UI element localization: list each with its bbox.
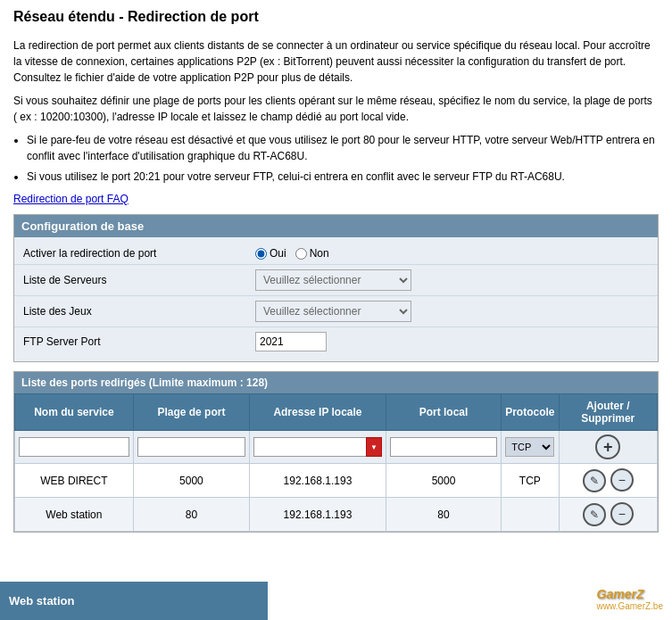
- row1-port-range: 5000: [133, 464, 249, 498]
- enable-port-forward-row: Activer la redirection de port Oui Non: [14, 243, 658, 265]
- table-row: WEB DIRECT 5000 192.168.1.193 5000 TCP ✎…: [15, 464, 658, 498]
- input-local-port-cell: [386, 431, 501, 464]
- input-local-port[interactable]: [390, 437, 497, 457]
- games-list-control: Veuillez sélectionner: [255, 301, 411, 322]
- table-header-row: Nom du service Plage de port Adresse IP …: [15, 394, 658, 431]
- warning-item-1: Si le pare-feu de votre réseau est désac…: [27, 132, 659, 164]
- ports-table-header: Liste des ports redirigés (Limite maximu…: [14, 372, 658, 393]
- col-service-name: Nom du service: [15, 394, 134, 431]
- radio-oui-input[interactable]: [255, 248, 267, 260]
- warning-list: Si le pare-feu de votre réseau est désac…: [27, 132, 659, 185]
- watermark-url: www.GamerZ.be: [597, 601, 663, 611]
- input-protocol-select[interactable]: TCP UDP TCP/UDP ICMP: [505, 437, 554, 457]
- games-list-label: Liste des Jeux: [23, 305, 255, 318]
- page-title: Réseau étendu - Redirection de port: [13, 9, 659, 29]
- col-local-ip: Adresse IP locale: [250, 394, 386, 431]
- row1-local-port: 5000: [386, 464, 501, 498]
- input-add-del-cell: +: [559, 431, 657, 464]
- radio-oui[interactable]: Oui: [255, 247, 286, 260]
- enable-radio-group: Oui Non: [255, 247, 329, 260]
- basic-config-header: Configuration de base: [14, 215, 658, 237]
- input-port-range[interactable]: [137, 437, 245, 457]
- radio-oui-label: Oui: [270, 247, 286, 260]
- ip-dropdown-button[interactable]: ▼: [366, 437, 382, 457]
- basic-config-section: Configuration de base Activer la redirec…: [13, 214, 659, 362]
- ports-table: Nom du service Plage de port Adresse IP …: [14, 393, 658, 532]
- delete-row1-button[interactable]: −: [610, 468, 634, 492]
- ports-table-section: Liste des ports redirigés (Limite maximu…: [13, 371, 659, 533]
- row2-local-ip: 192.168.1.193: [250, 498, 386, 532]
- ftp-port-control: [255, 332, 327, 351]
- games-list-select[interactable]: Veuillez sélectionner: [255, 301, 411, 322]
- input-port-range-cell: [133, 431, 249, 464]
- col-add-del: Ajouter / Supprimer: [559, 394, 657, 431]
- bottom-bar: Web station: [0, 582, 268, 620]
- games-list-row: Liste des Jeux Veuillez sélectionner: [14, 296, 658, 327]
- row2-service-name: Web station: [15, 498, 134, 532]
- input-service-name-cell: [15, 431, 134, 464]
- input-row: ▼ TCP UDP TCP/UDP: [15, 431, 658, 464]
- add-row-button[interactable]: +: [595, 434, 620, 459]
- row2-actions: ✎ −: [559, 498, 657, 532]
- row1-actions: ✎ −: [559, 464, 657, 498]
- input-protocol-cell: TCP UDP TCP/UDP ICMP: [502, 431, 559, 464]
- enable-port-forward-label: Activer la redirection de port: [23, 247, 255, 260]
- ftp-port-input[interactable]: [255, 332, 327, 351]
- server-list-select[interactable]: Veuillez sélectionner: [255, 269, 411, 291]
- server-list-row: Liste de Serveurs Veuillez sélectionner: [14, 265, 658, 296]
- delete-row2-button[interactable]: −: [610, 502, 634, 525]
- watermark: GamerZ www.GamerZ.be: [597, 587, 663, 611]
- row2-protocol: [502, 498, 559, 532]
- watermark-brand: GamerZ: [597, 587, 663, 601]
- input-service-name[interactable]: [19, 437, 129, 457]
- warning-item-2: Si vous utilisez le port 20:21 pour votr…: [27, 169, 659, 185]
- input-local-ip[interactable]: [253, 437, 366, 457]
- row2-port-range: 80: [133, 498, 249, 532]
- bottom-bar-label: Web station: [9, 594, 74, 608]
- radio-non-input[interactable]: [295, 248, 307, 260]
- edit-row2-button[interactable]: ✎: [583, 503, 606, 526]
- description-paragraph-2: Si vous souhaitez définir une plage de p…: [13, 93, 659, 125]
- edit-row1-button[interactable]: ✎: [583, 469, 606, 492]
- input-local-ip-cell: ▼: [250, 431, 386, 464]
- row1-service-name: WEB DIRECT: [15, 464, 134, 498]
- server-list-control: Veuillez sélectionner: [255, 269, 411, 291]
- col-local-port: Port local: [386, 394, 501, 431]
- radio-non-label: Non: [310, 247, 329, 260]
- server-list-label: Liste de Serveurs: [23, 274, 255, 286]
- faq-link[interactable]: Redirection de port FAQ: [13, 193, 129, 205]
- radio-non[interactable]: Non: [295, 247, 329, 260]
- row2-local-port: 80: [386, 498, 501, 532]
- ftp-port-label: FTP Server Port: [23, 335, 255, 348]
- row1-protocol: TCP: [502, 464, 559, 498]
- row1-local-ip: 192.168.1.193: [250, 464, 386, 498]
- col-protocol: Protocole: [502, 394, 559, 431]
- col-port-range: Plage de port: [133, 394, 249, 431]
- description-paragraph-1: La redirection de port permet aux client…: [13, 37, 659, 86]
- ftp-port-row: FTP Server Port: [14, 327, 658, 356]
- table-row: Web station 80 192.168.1.193 80 ✎ −: [15, 498, 658, 532]
